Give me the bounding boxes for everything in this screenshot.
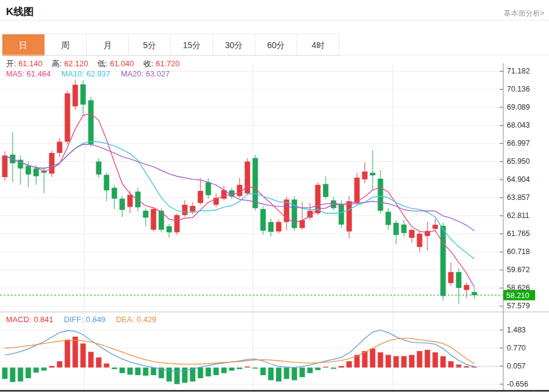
ma5-label: MA5:	[6, 69, 24, 78]
macd-hist-bar	[143, 367, 149, 375]
diff-label: DIFF:	[64, 315, 84, 324]
macd-hist-bar	[308, 367, 313, 373]
high-label: 高:	[52, 59, 62, 68]
candle-body	[339, 204, 344, 225]
macd-hist-bar	[222, 367, 227, 373]
macd-hist-bar	[292, 367, 297, 380]
macd-hist-bar	[323, 367, 329, 367]
candle-body	[237, 185, 243, 196]
price-axis-label: 65.950	[507, 157, 530, 166]
price-axis-label: 69.089	[507, 103, 530, 111]
current-price-badge-text: 58.210	[506, 291, 529, 300]
price-axis-label: 57.579	[507, 302, 530, 310]
candle-body	[402, 225, 407, 233]
candle-body	[394, 223, 399, 235]
candle-body	[81, 84, 86, 105]
candle-body	[57, 142, 63, 153]
candle-body	[206, 182, 211, 196]
macd-hist-bar	[331, 367, 337, 369]
ohlc-readout: 开:61.140 高:62.120 低:61.040 收:61.720	[6, 58, 182, 69]
kline-page: K线图 基本面分析> 日周月5分15分30分60分4时 开:61.140 高:6…	[0, 0, 549, 392]
candle-body	[276, 222, 282, 232]
candle-body	[417, 234, 423, 247]
candle-body	[120, 199, 125, 210]
candle-body	[2, 155, 8, 177]
macd-hist-bar	[135, 367, 141, 375]
price-axis-label: 60.718	[507, 247, 530, 256]
candle-body	[386, 212, 391, 225]
macd-hist-bar	[151, 367, 157, 375]
macd-hist-bar	[34, 367, 39, 372]
dea-value: 0.429	[137, 315, 157, 324]
dea-label: DEA:	[116, 315, 134, 324]
candle-body	[268, 222, 274, 232]
candle-body	[261, 209, 266, 231]
macd-hist-bar	[472, 367, 477, 367]
candle-body	[190, 206, 196, 211]
macd-hist-bar	[300, 367, 305, 377]
candle-body	[347, 201, 352, 231]
candle-body	[441, 226, 446, 296]
macd-hist-bar	[229, 367, 235, 370]
candle-body	[355, 178, 360, 203]
candle-body	[104, 175, 110, 190]
macd-hist-bar	[433, 352, 438, 367]
macd-hist-bar	[214, 367, 219, 375]
candle-body	[323, 184, 329, 198]
macd-hist-bar	[378, 352, 383, 367]
macd-hist-bar	[268, 367, 274, 380]
macd-hist-bar	[347, 361, 352, 368]
candle-body	[253, 158, 258, 208]
price-axis-label: 61.765	[507, 229, 530, 238]
ma10-value: 62.937	[86, 69, 110, 78]
close-label: 收:	[143, 59, 154, 68]
ma-readout: MA5:61.464 MA10:62.937 MA20:63.027	[6, 69, 172, 78]
ma5-line	[5, 114, 474, 287]
candle-body	[362, 172, 368, 179]
candle-body	[448, 272, 454, 283]
macd-axis-label: -0.656	[507, 380, 528, 388]
macd-hist-bar	[2, 367, 8, 379]
macd-hist-bar	[425, 350, 430, 367]
candle-body	[198, 191, 203, 203]
candle-body	[175, 215, 180, 232]
macd-hist-bar	[339, 366, 344, 368]
candle-body	[26, 166, 31, 174]
candle-body	[73, 85, 78, 107]
candle-body	[143, 211, 149, 217]
macd-hist-bar	[175, 367, 180, 384]
macd-value: 0.841	[34, 315, 54, 324]
candle-body	[456, 272, 462, 288]
candle-body	[300, 220, 305, 228]
macd-hist-bar	[448, 361, 454, 368]
price-axis-label: 62.811	[507, 211, 529, 220]
candle-body	[88, 101, 94, 145]
low-label: 低:	[98, 59, 108, 68]
macd-axis-label: 1.483	[507, 326, 526, 334]
macd-readout: MACD:0.841 DIFF:0.849 DEA:0.429	[6, 315, 159, 324]
candle-body	[135, 191, 141, 207]
macd-hist-bar	[120, 367, 125, 373]
macd-hist-bar	[167, 367, 172, 381]
diff-value: 0.849	[86, 315, 106, 324]
macd-axis-label: 0.057	[507, 362, 526, 370]
macd-hist-bar	[441, 356, 446, 367]
macd-hist-bar	[237, 367, 243, 369]
candle-body	[112, 188, 117, 199]
ma10-label: MA10:	[61, 69, 84, 78]
price-axis-label: 64.904	[507, 175, 530, 184]
candle-body	[370, 173, 376, 175]
close-value: 61.720	[156, 59, 180, 68]
macd-axis-label: 0.770	[507, 344, 526, 352]
macd-hist-bar	[88, 352, 94, 367]
price-axis-label: 70.136	[507, 85, 530, 93]
candle-body	[245, 161, 250, 193]
macd-hist-bar	[245, 367, 250, 368]
macd-hist-bar	[112, 367, 117, 369]
macd-hist-bar	[417, 351, 423, 367]
candle-body	[472, 292, 477, 295]
macd-hist-bar	[370, 349, 376, 368]
macd-hist-bar	[42, 367, 47, 370]
open-value: 61.140	[19, 59, 43, 68]
candle-body	[34, 169, 39, 176]
